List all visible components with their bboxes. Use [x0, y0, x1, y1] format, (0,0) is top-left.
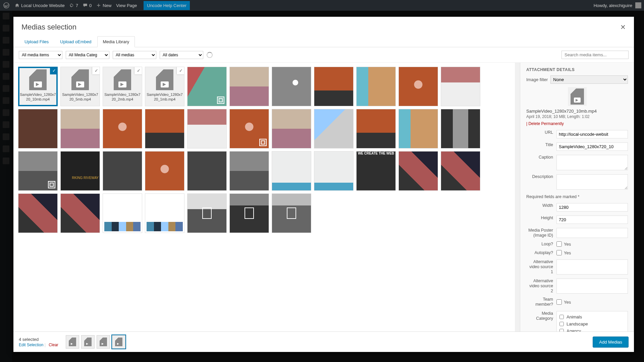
- poster-field[interactable]: [556, 228, 628, 238]
- check-icon: ✓: [177, 67, 184, 74]
- media-item-image[interactable]: [18, 109, 58, 148]
- image-filter-label: Image filter: [526, 77, 548, 82]
- media-item-image[interactable]: [145, 151, 184, 191]
- url-field[interactable]: [556, 130, 628, 138]
- media-item-image[interactable]: [272, 67, 311, 106]
- required-note: Required fields are marked *: [526, 194, 628, 199]
- alt-video-2-field[interactable]: [556, 279, 628, 294]
- filter-dates[interactable]: All dates: [160, 51, 203, 59]
- media-item-image[interactable]: [103, 193, 142, 233]
- video-file-icon: [114, 69, 131, 90]
- comment-icon: [83, 3, 88, 8]
- media-item-image[interactable]: [18, 151, 58, 191]
- alt-video-1-field[interactable]: [556, 259, 628, 275]
- wordpress-icon: [3, 2, 9, 8]
- media-item-image[interactable]: [229, 109, 269, 148]
- media-item-image[interactable]: [441, 67, 480, 106]
- video-file-icon: [69, 338, 76, 346]
- media-item-image[interactable]: [18, 193, 58, 233]
- attachment-meta: April 19, 2018; 10 MB; Length: 1:02: [526, 114, 628, 120]
- media-category-list: Animals Landscape Agency Photography Mar…: [556, 311, 628, 331]
- add-medias-button[interactable]: Add Medias: [593, 337, 629, 348]
- team-member-checkbox[interactable]: [556, 299, 562, 305]
- tab-upload-oembed[interactable]: Upload oEmbed: [54, 36, 97, 47]
- spinner-icon: [207, 52, 213, 58]
- media-item-image[interactable]: [229, 151, 269, 191]
- media-item-image[interactable]: [60, 109, 100, 148]
- category-checkbox[interactable]: [559, 329, 564, 331]
- media-item-image[interactable]: [441, 151, 480, 191]
- media-item-image[interactable]: [103, 109, 142, 148]
- loop-checkbox[interactable]: [556, 241, 562, 247]
- media-item-image[interactable]: [60, 193, 100, 233]
- media-item-image[interactable]: [103, 151, 142, 191]
- image-filter-select[interactable]: None: [550, 75, 628, 84]
- wp-logo[interactable]: [3, 2, 10, 9]
- selected-thumb[interactable]: [66, 335, 79, 349]
- close-icon[interactable]: ✕: [620, 23, 626, 31]
- video-file-icon: [100, 338, 107, 346]
- media-item-image[interactable]: [229, 193, 269, 233]
- updates-link[interactable]: 7: [69, 3, 78, 8]
- media-item-video[interactable]: ✓ SampleVideo_1280x720_1mb.mp4: [145, 67, 184, 106]
- filter-media-items[interactable]: All media items: [19, 51, 62, 59]
- media-item-image[interactable]: [356, 109, 396, 148]
- media-item-video[interactable]: ✓ SampleVideo_1280x720_2mb.mp4: [103, 67, 142, 106]
- tab-media-library[interactable]: Media Library: [97, 36, 135, 47]
- video-file-icon: [71, 69, 89, 90]
- media-item-image[interactable]: [356, 67, 396, 106]
- media-item-image[interactable]: [272, 151, 311, 191]
- avatar: [635, 2, 641, 8]
- user-account-link[interactable]: Howdy, alexchiguire: [594, 2, 641, 8]
- media-item-image[interactable]: [398, 151, 438, 191]
- selected-thumb[interactable]: [97, 335, 110, 349]
- height-field[interactable]: [556, 216, 628, 224]
- selected-thumb[interactable]: [81, 335, 95, 349]
- media-item-image[interactable]: WE CREATE THE WEB: [356, 151, 396, 191]
- edit-selection-link[interactable]: Edit Selection: [19, 343, 43, 347]
- category-checkbox[interactable]: [559, 315, 564, 319]
- tab-upload-files[interactable]: Upload Files: [19, 36, 54, 47]
- media-item-image[interactable]: [314, 151, 354, 191]
- media-item-image[interactable]: [441, 109, 480, 148]
- help-center-link[interactable]: Uncode Help Center: [144, 1, 190, 10]
- width-field[interactable]: [556, 203, 628, 212]
- description-field[interactable]: [556, 174, 628, 190]
- media-item-image[interactable]: [187, 151, 227, 191]
- scrollbar[interactable]: [515, 63, 520, 331]
- media-item-image[interactable]: [314, 67, 354, 106]
- media-item-video[interactable]: ✓ SampleVideo_1280x720_5mb.mp4: [60, 67, 100, 106]
- clear-selection-link[interactable]: Clear: [49, 343, 58, 347]
- selected-count: 4 selected: [19, 337, 58, 342]
- hero-text: WE CREATE THE WEB: [357, 152, 395, 190]
- video-file-icon: [84, 338, 92, 346]
- media-item-image[interactable]: [314, 109, 354, 148]
- caption-field[interactable]: [556, 155, 628, 170]
- comments-link[interactable]: 0: [83, 3, 92, 8]
- media-item-image[interactable]: [398, 67, 438, 106]
- media-item-image[interactable]: [272, 109, 311, 148]
- media-item-image[interactable]: [187, 109, 227, 148]
- category-checkbox[interactable]: [559, 322, 564, 326]
- site-name-link[interactable]: Local Uncode Website: [15, 3, 65, 8]
- media-item-image[interactable]: [145, 109, 184, 148]
- view-page-link[interactable]: View Page: [116, 3, 137, 8]
- autoplay-checkbox[interactable]: [556, 250, 562, 255]
- media-item-image[interactable]: [272, 193, 311, 233]
- media-item-image[interactable]: [145, 193, 184, 233]
- media-item-image[interactable]: [229, 67, 269, 106]
- delete-permanently-link[interactable]: | Delete Permanently: [526, 121, 564, 126]
- media-item-video[interactable]: ✓ SampleVideo_1280x720_10mb.mp4: [18, 67, 58, 106]
- selected-thumbnails: [66, 335, 125, 349]
- search-input[interactable]: [561, 51, 629, 59]
- filter-medias[interactable]: All medias: [113, 51, 156, 59]
- selected-thumb[interactable]: [112, 335, 125, 349]
- media-filename: SampleVideo_1280x720_1mb.mp4: [145, 90, 184, 104]
- title-field[interactable]: [556, 142, 628, 151]
- media-item-image[interactable]: [60, 151, 100, 191]
- media-item-image[interactable]: [398, 109, 438, 148]
- media-item-image[interactable]: [187, 67, 227, 106]
- filter-media-category[interactable]: All Media Categ: [66, 51, 109, 59]
- new-content-link[interactable]: New: [96, 3, 111, 8]
- media-item-image[interactable]: [187, 193, 227, 233]
